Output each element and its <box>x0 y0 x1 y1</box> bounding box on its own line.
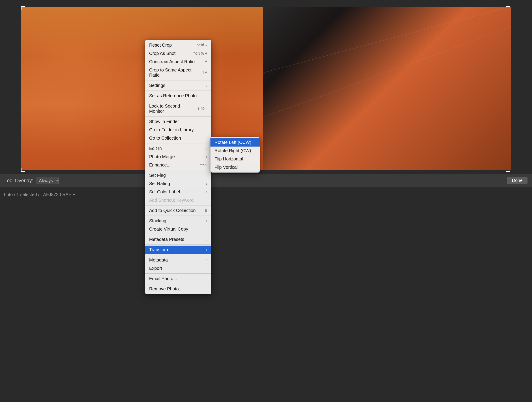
separator-10 <box>145 245 211 245</box>
menu-item-metadata[interactable]: Metadata › <box>145 256 211 264</box>
menu-item-settings[interactable]: Settings › <box>145 81 211 90</box>
menu-item-show-in-finder[interactable]: Show in Finder <box>145 117 211 126</box>
separator-11 <box>145 255 211 255</box>
overlay-select[interactable]: Always <box>36 177 59 184</box>
transform-submenu: Rotate Left (CCW) Rotate Right (CW) Flip… <box>210 137 260 173</box>
menu-item-set-rating[interactable]: Set Rating › <box>145 180 211 188</box>
photo-info-bar: hoto / 1 selected / _AFJ8720.RAF ▼ <box>0 189 532 200</box>
separator-13 <box>145 284 211 284</box>
submenu-item-flip-vertical[interactable]: Flip Vertical <box>210 163 260 171</box>
separator-9 <box>145 234 211 234</box>
photo-canvas-right <box>263 7 511 170</box>
crop-handle-top-left[interactable] <box>21 6 25 10</box>
crop-handle-bottom-left[interactable] <box>21 168 25 172</box>
menu-item-crop-as-shot[interactable]: Crop As Shot ⌥⇧⌘R <box>145 49 211 58</box>
context-menu: Reset Crop ⌥⌘R Crop As Shot ⌥⇧⌘R Constra… <box>145 40 211 294</box>
menu-item-stacking[interactable]: Stacking › <box>145 217 211 225</box>
submenu-item-rotate-left[interactable]: Rotate Left (CCW) <box>210 138 260 147</box>
path-dropdown-arrow[interactable]: ▼ <box>72 193 76 197</box>
menu-item-add-quick-collection[interactable]: Add to Quick Collection B <box>145 206 211 215</box>
overlay-label: Tool Overlay: <box>5 178 33 183</box>
menu-item-set-color-label[interactable]: Set Color Label › <box>145 188 211 196</box>
bottom-toolbar: Tool Overlay: Always Done <box>0 174 532 187</box>
menu-item-crop-same-aspect[interactable]: Crop to Same Aspect Ratio ⇧A <box>145 66 211 79</box>
crop-handle-bottom-right[interactable] <box>506 168 510 172</box>
photo-path: hoto / 1 selected / _AFJ8720.RAF <box>4 192 71 197</box>
menu-item-create-virtual-copy[interactable]: Create Virtual Copy <box>145 225 211 233</box>
menu-item-set-flag[interactable]: Set Flag › <box>145 171 211 180</box>
menu-item-set-reference[interactable]: Set as Reference Photo <box>145 92 211 100</box>
menu-item-remove-photo[interactable]: Remove Photo... <box>145 285 211 293</box>
menu-item-transform[interactable]: Transform › <box>145 246 211 254</box>
menu-item-email-photo[interactable]: Email Photo... <box>145 274 211 283</box>
separator-4 <box>145 116 211 117</box>
menu-item-go-to-folder[interactable]: Go to Folder in Library <box>145 126 211 134</box>
menu-item-go-to-collection[interactable]: Go to Collection › <box>145 134 211 142</box>
submenu-item-rotate-right[interactable]: Rotate Right (CW) <box>210 147 260 155</box>
separator-5 <box>145 143 211 143</box>
separator-7 <box>145 205 211 206</box>
menu-item-reset-crop[interactable]: Reset Crop ⌥⌘R <box>145 41 211 49</box>
submenu-item-flip-horizontal[interactable]: Flip Horizontal <box>210 155 260 163</box>
menu-item-add-shortcut-keyword: Add Shortcut Keyword <box>145 196 211 204</box>
menu-item-metadata-presets[interactable]: Metadata Presets › <box>145 235 211 244</box>
menu-item-constrain-aspect[interactable]: Constrain Aspect Ratio A <box>145 58 211 66</box>
menu-item-export[interactable]: Export › <box>145 264 211 272</box>
separator-2 <box>145 91 211 91</box>
menu-item-photo-merge[interactable]: Photo Merge › <box>145 153 211 161</box>
main-image-area <box>0 0 532 402</box>
menu-item-lock-second-monitor[interactable]: Lock to Second Monitor ⇧⌘↩ <box>145 102 211 115</box>
separator-3 <box>145 101 211 101</box>
menu-item-enhance[interactable]: Enhance... ^⌥I <box>145 161 211 169</box>
done-button[interactable]: Done <box>507 177 527 184</box>
separator-1 <box>145 80 211 80</box>
crop-handle-top-right[interactable] <box>506 6 510 10</box>
menu-item-edit-in[interactable]: Edit In › <box>145 144 211 153</box>
separator-12 <box>145 273 211 274</box>
